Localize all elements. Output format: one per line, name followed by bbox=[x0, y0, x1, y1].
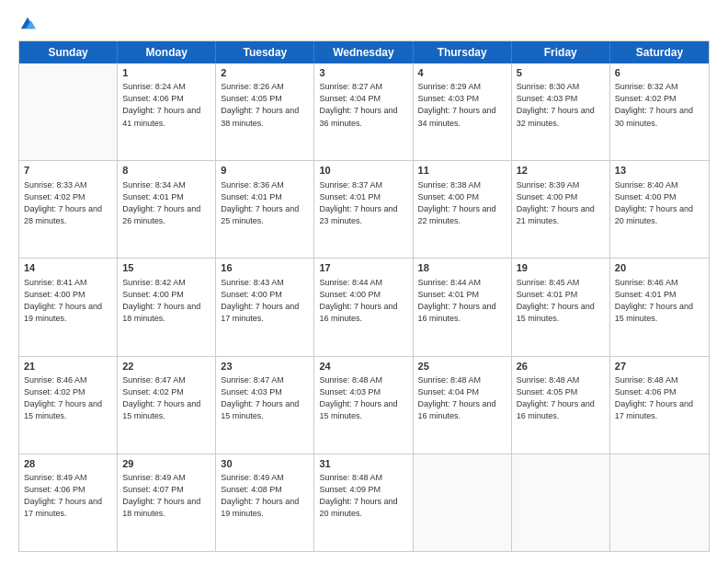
day-number: 8 bbox=[122, 164, 210, 178]
cal-cell-3-4: 25Sunrise: 8:48 AMSunset: 4:04 PMDayligh… bbox=[414, 357, 512, 454]
cell-text: Sunrise: 8:48 AMSunset: 4:06 PMDaylight:… bbox=[615, 374, 704, 422]
cal-header-tuesday: Tuesday bbox=[216, 41, 314, 63]
cal-cell-0-6: 6Sunrise: 8:32 AMSunset: 4:02 PMDaylight… bbox=[610, 63, 709, 160]
cal-header-friday: Friday bbox=[512, 41, 610, 63]
cell-text: Sunrise: 8:44 AMSunset: 4:00 PMDaylight:… bbox=[319, 277, 407, 325]
calendar-header-row: SundayMondayTuesdayWednesdayThursdayFrid… bbox=[19, 41, 709, 63]
cell-text: Sunrise: 8:32 AMSunset: 4:02 PMDaylight:… bbox=[615, 81, 704, 129]
day-number: 21 bbox=[24, 360, 112, 373]
day-number: 2 bbox=[221, 66, 309, 80]
cal-cell-3-1: 22Sunrise: 8:47 AMSunset: 4:02 PMDayligh… bbox=[118, 357, 216, 454]
cal-cell-0-5: 5Sunrise: 8:30 AMSunset: 4:03 PMDaylight… bbox=[512, 63, 610, 160]
cal-cell-1-0: 7Sunrise: 8:33 AMSunset: 4:02 PMDaylight… bbox=[19, 161, 118, 258]
cell-text: Sunrise: 8:42 AMSunset: 4:00 PMDaylight:… bbox=[122, 277, 210, 325]
day-number: 23 bbox=[221, 360, 309, 373]
cal-row-2: 14Sunrise: 8:41 AMSunset: 4:00 PMDayligh… bbox=[19, 258, 709, 355]
cell-text: Sunrise: 8:24 AMSunset: 4:06 PMDaylight:… bbox=[122, 81, 210, 129]
cell-text: Sunrise: 8:48 AMSunset: 4:09 PMDaylight:… bbox=[319, 472, 407, 520]
cal-row-3: 21Sunrise: 8:46 AMSunset: 4:02 PMDayligh… bbox=[19, 356, 709, 454]
cell-text: Sunrise: 8:34 AMSunset: 4:01 PMDaylight:… bbox=[122, 179, 210, 227]
cal-cell-2-0: 14Sunrise: 8:41 AMSunset: 4:00 PMDayligh… bbox=[19, 259, 118, 355]
cell-text: Sunrise: 8:46 AMSunset: 4:01 PMDaylight:… bbox=[615, 277, 704, 325]
header bbox=[18, 15, 710, 31]
cell-text: Sunrise: 8:49 AMSunset: 4:06 PMDaylight:… bbox=[24, 472, 112, 520]
cal-header-saturday: Saturday bbox=[610, 41, 709, 63]
cal-cell-0-3: 3Sunrise: 8:27 AMSunset: 4:04 PMDaylight… bbox=[314, 63, 413, 160]
cal-cell-2-3: 17Sunrise: 8:44 AMSunset: 4:00 PMDayligh… bbox=[314, 259, 413, 355]
cal-cell-1-4: 11Sunrise: 8:38 AMSunset: 4:00 PMDayligh… bbox=[414, 161, 512, 258]
cal-cell-0-2: 2Sunrise: 8:26 AMSunset: 4:05 PMDaylight… bbox=[216, 63, 314, 160]
cal-cell-3-5: 26Sunrise: 8:48 AMSunset: 4:05 PMDayligh… bbox=[512, 357, 610, 454]
day-number: 16 bbox=[221, 261, 309, 275]
day-number: 30 bbox=[221, 457, 309, 471]
page: SundayMondayTuesdayWednesdayThursdayFrid… bbox=[0, 0, 728, 563]
cal-cell-4-3: 31Sunrise: 8:48 AMSunset: 4:09 PMDayligh… bbox=[314, 454, 413, 551]
cell-text: Sunrise: 8:48 AMSunset: 4:04 PMDaylight:… bbox=[418, 374, 506, 422]
cell-text: Sunrise: 8:47 AMSunset: 4:03 PMDaylight:… bbox=[221, 374, 309, 422]
day-number: 24 bbox=[319, 360, 407, 373]
cell-text: Sunrise: 8:39 AMSunset: 4:00 PMDaylight:… bbox=[517, 179, 605, 227]
day-number: 25 bbox=[418, 360, 506, 373]
cell-text: Sunrise: 8:43 AMSunset: 4:00 PMDaylight:… bbox=[221, 277, 309, 325]
cell-text: Sunrise: 8:40 AMSunset: 4:00 PMDaylight:… bbox=[615, 179, 704, 227]
day-number: 20 bbox=[615, 261, 704, 275]
cell-text: Sunrise: 8:48 AMSunset: 4:03 PMDaylight:… bbox=[319, 374, 407, 422]
cell-text: Sunrise: 8:45 AMSunset: 4:01 PMDaylight:… bbox=[517, 277, 605, 325]
cell-text: Sunrise: 8:47 AMSunset: 4:02 PMDaylight:… bbox=[122, 374, 210, 422]
cal-cell-4-2: 30Sunrise: 8:49 AMSunset: 4:08 PMDayligh… bbox=[216, 454, 314, 551]
day-number: 28 bbox=[24, 457, 112, 471]
cal-cell-4-0: 28Sunrise: 8:49 AMSunset: 4:06 PMDayligh… bbox=[19, 454, 118, 551]
day-number: 14 bbox=[24, 261, 112, 275]
cal-cell-3-6: 27Sunrise: 8:48 AMSunset: 4:06 PMDayligh… bbox=[610, 357, 709, 454]
cell-text: Sunrise: 8:26 AMSunset: 4:05 PMDaylight:… bbox=[221, 81, 309, 129]
logo bbox=[18, 15, 36, 31]
calendar-body: 1Sunrise: 8:24 AMSunset: 4:06 PMDaylight… bbox=[19, 63, 709, 551]
cal-cell-2-4: 18Sunrise: 8:44 AMSunset: 4:01 PMDayligh… bbox=[414, 259, 512, 355]
cal-cell-2-5: 19Sunrise: 8:45 AMSunset: 4:01 PMDayligh… bbox=[512, 259, 610, 355]
cell-text: Sunrise: 8:36 AMSunset: 4:01 PMDaylight:… bbox=[221, 179, 309, 227]
day-number: 10 bbox=[319, 164, 407, 178]
cal-row-1: 7Sunrise: 8:33 AMSunset: 4:02 PMDaylight… bbox=[19, 160, 709, 258]
day-number: 13 bbox=[615, 164, 704, 178]
cell-text: Sunrise: 8:30 AMSunset: 4:03 PMDaylight:… bbox=[517, 81, 605, 129]
cal-cell-0-1: 1Sunrise: 8:24 AMSunset: 4:06 PMDaylight… bbox=[118, 63, 216, 160]
day-number: 27 bbox=[615, 360, 704, 373]
day-number: 31 bbox=[319, 457, 407, 471]
cal-header-sunday: Sunday bbox=[19, 41, 118, 63]
cell-text: Sunrise: 8:27 AMSunset: 4:04 PMDaylight:… bbox=[319, 81, 407, 129]
day-number: 9 bbox=[221, 164, 309, 178]
cal-cell-4-6 bbox=[610, 454, 709, 551]
cal-cell-3-3: 24Sunrise: 8:48 AMSunset: 4:03 PMDayligh… bbox=[314, 357, 413, 454]
cal-cell-2-2: 16Sunrise: 8:43 AMSunset: 4:00 PMDayligh… bbox=[216, 259, 314, 355]
cell-text: Sunrise: 8:48 AMSunset: 4:05 PMDaylight:… bbox=[517, 374, 605, 422]
cell-text: Sunrise: 8:38 AMSunset: 4:00 PMDaylight:… bbox=[418, 179, 506, 227]
cal-cell-4-4 bbox=[414, 454, 512, 551]
day-number: 12 bbox=[517, 164, 605, 178]
cal-cell-3-2: 23Sunrise: 8:47 AMSunset: 4:03 PMDayligh… bbox=[216, 357, 314, 454]
cal-row-0: 1Sunrise: 8:24 AMSunset: 4:06 PMDaylight… bbox=[19, 63, 709, 160]
cell-text: Sunrise: 8:41 AMSunset: 4:00 PMDaylight:… bbox=[24, 277, 112, 325]
cell-text: Sunrise: 8:37 AMSunset: 4:01 PMDaylight:… bbox=[319, 179, 407, 227]
day-number: 7 bbox=[24, 164, 112, 178]
day-number: 29 bbox=[122, 457, 210, 471]
day-number: 26 bbox=[517, 360, 605, 373]
day-number: 22 bbox=[122, 360, 210, 373]
cal-cell-1-2: 9Sunrise: 8:36 AMSunset: 4:01 PMDaylight… bbox=[216, 161, 314, 258]
cell-text: Sunrise: 8:44 AMSunset: 4:01 PMDaylight:… bbox=[418, 277, 506, 325]
cal-cell-3-0: 21Sunrise: 8:46 AMSunset: 4:02 PMDayligh… bbox=[19, 357, 118, 454]
cell-text: Sunrise: 8:29 AMSunset: 4:03 PMDaylight:… bbox=[418, 81, 506, 129]
cal-row-4: 28Sunrise: 8:49 AMSunset: 4:06 PMDayligh… bbox=[19, 454, 709, 551]
cal-header-monday: Monday bbox=[118, 41, 216, 63]
cal-header-wednesday: Wednesday bbox=[314, 41, 413, 63]
day-number: 18 bbox=[418, 261, 506, 275]
cal-cell-1-6: 13Sunrise: 8:40 AMSunset: 4:00 PMDayligh… bbox=[610, 161, 709, 258]
cal-cell-2-6: 20Sunrise: 8:46 AMSunset: 4:01 PMDayligh… bbox=[610, 259, 709, 355]
cal-cell-0-4: 4Sunrise: 8:29 AMSunset: 4:03 PMDaylight… bbox=[414, 63, 512, 160]
cal-cell-1-5: 12Sunrise: 8:39 AMSunset: 4:00 PMDayligh… bbox=[512, 161, 610, 258]
day-number: 3 bbox=[319, 66, 407, 80]
cal-cell-4-5 bbox=[512, 454, 610, 551]
day-number: 1 bbox=[122, 66, 210, 80]
cal-cell-1-1: 8Sunrise: 8:34 AMSunset: 4:01 PMDaylight… bbox=[118, 161, 216, 258]
cal-cell-2-1: 15Sunrise: 8:42 AMSunset: 4:00 PMDayligh… bbox=[118, 259, 216, 355]
day-number: 17 bbox=[319, 261, 407, 275]
